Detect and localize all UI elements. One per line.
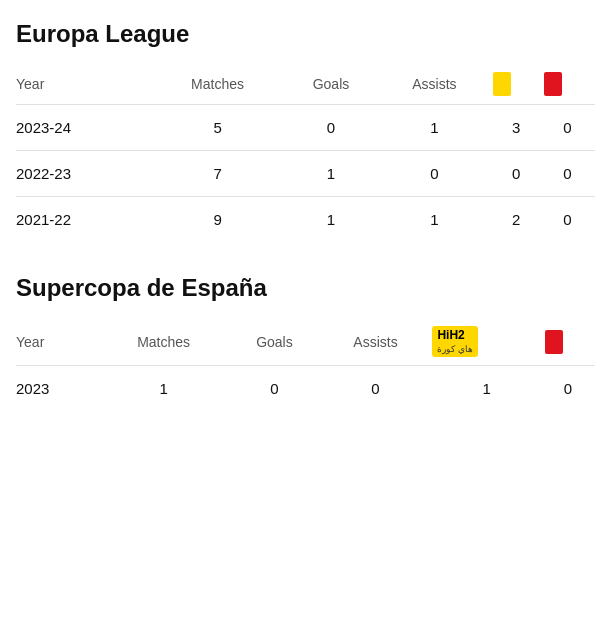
- cell-red: 0: [544, 151, 595, 197]
- cell-red: 0: [544, 105, 595, 151]
- th-red-card: [545, 318, 595, 366]
- th-year: Year: [16, 318, 101, 366]
- th-matches: Matches: [153, 64, 285, 105]
- section-europa-league: Europa LeagueYearMatchesGoalsAssists2023…: [16, 20, 595, 242]
- cell-yellow: 2: [493, 197, 544, 243]
- cell-assists: 1: [380, 197, 492, 243]
- table-row: 2022-2371000: [16, 151, 595, 197]
- cell-assists: 0: [323, 366, 433, 412]
- section-title-supercopa: Supercopa de España: [16, 274, 595, 302]
- watermark: HiH2هاي كورة: [432, 326, 478, 357]
- cell-year: 2021-22: [16, 197, 153, 243]
- th-assists: Assists: [380, 64, 492, 105]
- section-title-europa-league: Europa League: [16, 20, 595, 48]
- cell-matches: 9: [153, 197, 285, 243]
- cell-matches: 5: [153, 105, 285, 151]
- th-goals: Goals: [230, 318, 322, 366]
- stats-table-supercopa: YearMatchesGoalsAssistsHiH2هاي كورة20231…: [16, 318, 595, 411]
- th-yellow_card: HiH2هاي كورة: [432, 318, 545, 366]
- cell-goals: 1: [286, 197, 380, 243]
- cell-year: 2022-23: [16, 151, 153, 197]
- section-supercopa: Supercopa de EspañaYearMatchesGoalsAssis…: [16, 274, 595, 411]
- cell-year: 2023-24: [16, 105, 153, 151]
- red-card-icon-header: [545, 330, 563, 354]
- cell-year: 2023: [16, 366, 101, 412]
- red-card-icon-header: [544, 72, 562, 96]
- watermark-sub: هاي كورة: [437, 344, 473, 356]
- cell-goals: 0: [286, 105, 380, 151]
- watermark-wrapper: HiH2هاي كورة: [432, 326, 478, 357]
- cell-goals: 1: [286, 151, 380, 197]
- cell-assists: 1: [380, 105, 492, 151]
- stats-table-europa-league: YearMatchesGoalsAssists2023-24501302022-…: [16, 64, 595, 242]
- table-row: 2023-2450130: [16, 105, 595, 151]
- cell-yellow: 1: [432, 366, 545, 412]
- th-matches: Matches: [101, 318, 230, 366]
- cell-goals: 0: [230, 366, 322, 412]
- cell-yellow: 3: [493, 105, 544, 151]
- cell-yellow: 0: [493, 151, 544, 197]
- yellow-card-icon-header: [493, 72, 511, 96]
- th-year: Year: [16, 64, 153, 105]
- th-red_card: [544, 64, 595, 105]
- table-row: 202310010: [16, 366, 595, 412]
- cell-matches: 7: [153, 151, 285, 197]
- cell-red: 0: [545, 366, 595, 412]
- th-goals: Goals: [286, 64, 380, 105]
- th-assists: Assists: [323, 318, 433, 366]
- cell-assists: 0: [380, 151, 492, 197]
- cell-matches: 1: [101, 366, 230, 412]
- watermark-main: HiH2: [437, 328, 464, 342]
- th-yellow_card: [493, 64, 544, 105]
- cell-red: 0: [544, 197, 595, 243]
- table-row: 2021-2291120: [16, 197, 595, 243]
- page-container: Europa LeagueYearMatchesGoalsAssists2023…: [16, 20, 595, 411]
